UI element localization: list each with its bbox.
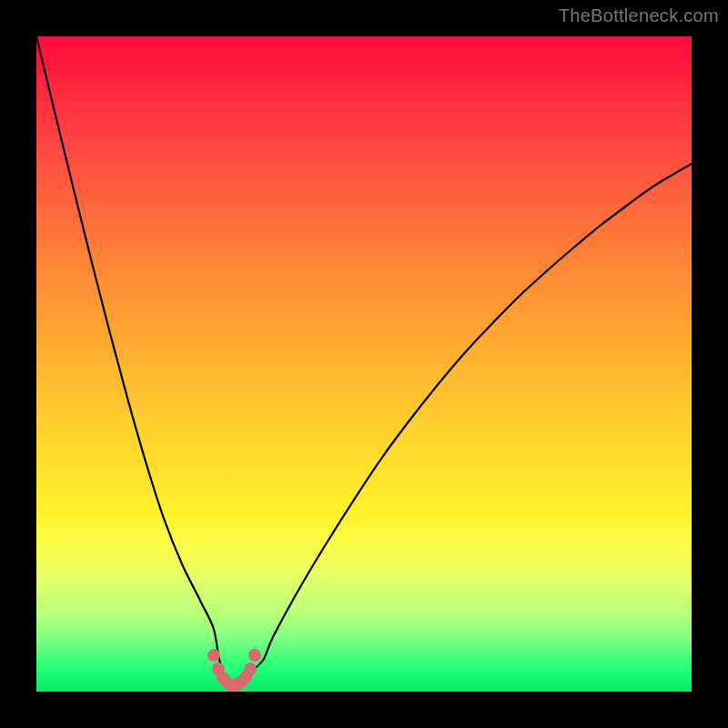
- bead-dot: [244, 662, 257, 675]
- plot-area: [36, 36, 692, 692]
- chart-frame: TheBottleneck.com: [0, 0, 728, 728]
- bottom-beads: [207, 649, 261, 692]
- bead-dot: [248, 649, 261, 662]
- bead-dot: [207, 649, 220, 662]
- chart-svg: [36, 36, 692, 692]
- watermark-label: TheBottleneck.com: [559, 5, 719, 26]
- curve-right: [241, 164, 692, 682]
- curve-left: [36, 36, 241, 685]
